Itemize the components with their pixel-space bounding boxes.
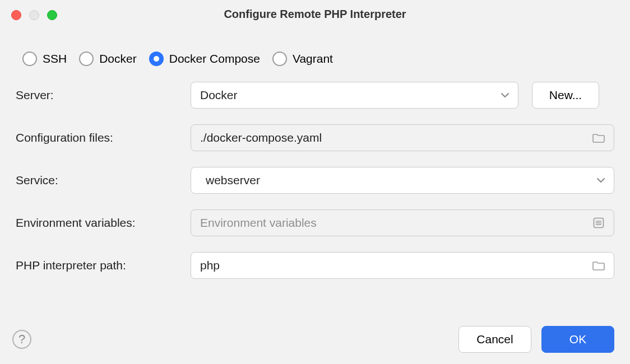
cancel-button[interactable]: Cancel xyxy=(458,326,531,353)
zoom-window-icon[interactable] xyxy=(47,10,57,20)
server-value: Docker xyxy=(200,88,501,102)
php-path-input[interactable]: php xyxy=(191,252,614,279)
help-button[interactable]: ? xyxy=(12,330,31,349)
config-files-input[interactable]: ./docker-compose.yaml xyxy=(191,124,614,151)
folder-icon[interactable] xyxy=(592,133,605,143)
chevron-down-icon xyxy=(597,178,605,183)
php-path-label: PHP interpreter path: xyxy=(16,259,184,272)
new-server-button[interactable]: New... xyxy=(532,82,599,109)
radio-icon xyxy=(149,52,164,66)
config-files-row: ./docker-compose.yaml xyxy=(191,124,614,151)
cancel-button-label: Cancel xyxy=(476,333,513,346)
form: Server: Docker New... Configuration file… xyxy=(13,82,617,279)
close-window-icon[interactable] xyxy=(11,10,21,20)
ok-button[interactable]: OK xyxy=(541,326,614,353)
config-files-label: Configuration files: xyxy=(16,131,184,144)
php-path-row: php xyxy=(191,252,614,279)
radio-ssh[interactable]: SSH xyxy=(22,52,67,66)
radio-icon xyxy=(22,52,37,66)
radio-icon xyxy=(79,52,94,66)
list-icon[interactable] xyxy=(592,217,605,229)
radio-icon xyxy=(272,52,287,66)
dialog-footer: ? Cancel OK xyxy=(0,325,630,364)
env-vars-placeholder: Environment variables xyxy=(200,216,592,230)
env-vars-input[interactable]: Environment variables xyxy=(191,209,614,236)
service-label: Service: xyxy=(16,174,184,187)
help-icon: ? xyxy=(18,332,25,347)
ok-button-label: OK xyxy=(569,333,586,346)
radio-docker[interactable]: Docker xyxy=(79,52,137,66)
server-select[interactable]: Docker xyxy=(191,82,518,109)
radio-docker-label: Docker xyxy=(99,52,137,66)
env-vars-label: Environment variables: xyxy=(16,216,184,230)
server-row: Docker New... xyxy=(191,82,614,109)
radio-docker-compose[interactable]: Docker Compose xyxy=(149,52,260,66)
env-vars-row: Environment variables xyxy=(191,209,614,236)
radio-ssh-label: SSH xyxy=(43,52,67,66)
new-server-button-label: New... xyxy=(549,88,582,102)
traffic-lights xyxy=(11,10,57,20)
radio-vagrant[interactable]: Vagrant xyxy=(272,52,333,66)
service-select[interactable]: webserver xyxy=(191,167,614,194)
interpreter-type-radios: SSH Docker Docker Compose Vagrant xyxy=(13,41,617,82)
server-label: Server: xyxy=(16,88,184,102)
dialog-body: SSH Docker Docker Compose Vagrant Server… xyxy=(0,28,630,279)
titlebar: Configure Remote PHP Interpreter xyxy=(0,0,630,28)
service-value: webserver xyxy=(206,174,597,187)
folder-icon[interactable] xyxy=(592,260,605,270)
chevron-down-icon xyxy=(501,92,509,98)
php-path-value: php xyxy=(200,259,592,272)
service-row: webserver xyxy=(191,167,614,194)
minimize-window-icon[interactable] xyxy=(29,10,39,20)
dialog-title: Configure Remote PHP Interpreter xyxy=(0,8,630,21)
radio-docker-compose-label: Docker Compose xyxy=(169,52,260,66)
config-files-value: ./docker-compose.yaml xyxy=(200,131,592,144)
radio-vagrant-label: Vagrant xyxy=(293,52,333,66)
dialog-window: Configure Remote PHP Interpreter SSH Doc… xyxy=(0,0,630,364)
